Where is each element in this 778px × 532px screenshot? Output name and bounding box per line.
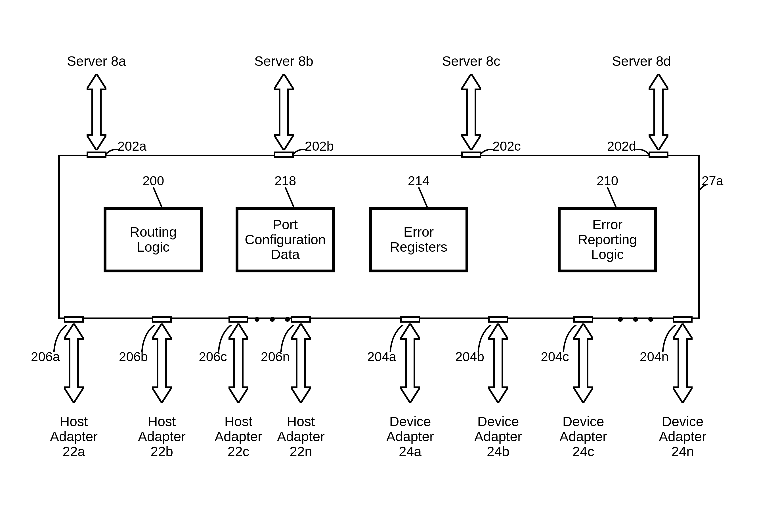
portcfg-ref: 218 xyxy=(265,173,305,188)
port-206n xyxy=(291,317,311,323)
server-c-arrow xyxy=(461,74,481,150)
server-a-arrow xyxy=(87,74,106,150)
leader-206b xyxy=(141,325,156,353)
device-adapter-n: Device Adapter 24n xyxy=(646,414,719,459)
host-adapter-n: Host Adapter 22n xyxy=(264,414,338,459)
server-d-label: Server 8d xyxy=(605,54,678,69)
error-registers-box: Error Registers xyxy=(369,207,468,272)
routing-logic-box: Routing Logic xyxy=(103,207,203,272)
error-registers-text: Error Registers xyxy=(390,225,448,255)
leader-204n xyxy=(662,325,677,353)
port-204n xyxy=(673,317,693,323)
leader-210 xyxy=(606,187,617,208)
port-206a xyxy=(64,317,84,323)
device-adapter-b: Device Adapter 24b xyxy=(461,414,535,459)
routing-logic-text: Routing Logic xyxy=(130,225,176,255)
routing-ref: 200 xyxy=(133,173,173,188)
ellipsis-right: • • • xyxy=(617,309,656,329)
leader-206a xyxy=(53,325,68,353)
port-202c xyxy=(461,152,481,158)
leader-202b xyxy=(293,149,307,158)
host-adapter-b: Host Adapter 22b xyxy=(125,414,199,459)
leader-206c xyxy=(217,325,233,353)
server-b-arrow xyxy=(274,74,294,150)
port-206b xyxy=(152,317,172,323)
error-reporting-box: Error Reporting Logic xyxy=(558,207,657,272)
leader-27a xyxy=(698,184,707,193)
leader-204b xyxy=(477,325,492,353)
device-adapter-c: Device Adapter 24c xyxy=(546,414,620,459)
leader-202a xyxy=(105,149,120,158)
leader-214 xyxy=(417,187,429,208)
port-config-box: Port Configuration Data xyxy=(236,207,335,272)
port-config-text: Port Configuration Data xyxy=(245,217,326,262)
port-204b xyxy=(488,317,508,323)
server-d-arrow xyxy=(648,74,669,150)
errrep-ref: 210 xyxy=(588,173,627,188)
host-adapter-a: Host Adapter 22a xyxy=(37,414,111,459)
port-202d xyxy=(648,152,669,158)
leader-202d xyxy=(635,149,649,158)
port-206c xyxy=(229,317,248,323)
port-202a xyxy=(87,152,106,158)
port-204c xyxy=(573,317,593,323)
errreg-ref: 214 xyxy=(399,173,439,188)
leader-218 xyxy=(284,187,295,208)
port-202b xyxy=(274,152,294,158)
device-adapter-a: Device Adapter 24a xyxy=(373,414,447,459)
server-a-label: Server 8a xyxy=(60,54,133,69)
error-reporting-text: Error Reporting Logic xyxy=(578,217,637,262)
port-204a xyxy=(400,317,420,323)
leader-204a xyxy=(389,325,404,353)
server-b-label: Server 8b xyxy=(247,54,321,69)
leader-206n xyxy=(280,325,295,353)
server-c-label: Server 8c xyxy=(434,54,508,69)
leader-202c xyxy=(480,149,494,158)
leader-200 xyxy=(152,187,163,208)
leader-204c xyxy=(562,325,577,353)
